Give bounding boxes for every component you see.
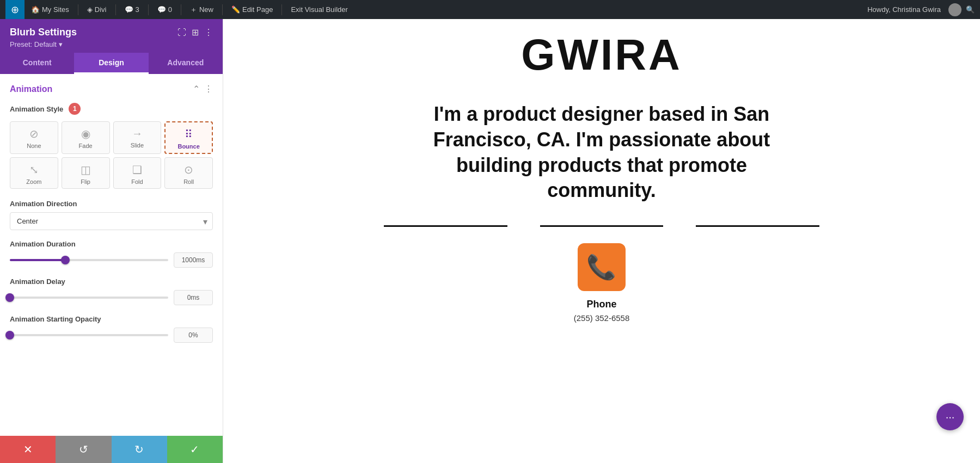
anim-slide[interactable]: → Slide bbox=[113, 121, 162, 154]
blurb-title: Phone bbox=[586, 299, 616, 310]
bar-divider-3 bbox=[148, 4, 149, 15]
animation-delay-field: Animation Delay 0ms bbox=[10, 277, 213, 305]
panel-footer: ✕ ↺ ↻ ✓ bbox=[0, 436, 223, 463]
fold-label: Fold bbox=[131, 178, 143, 185]
redo-icon: ↻ bbox=[134, 443, 144, 456]
panel-title-row: Blurb Settings ⛶ ⊞ ⋮ bbox=[10, 27, 213, 38]
save-icon: ✓ bbox=[190, 443, 199, 456]
admin-bar-right: Howdy, Christina Gwira 🔍 bbox=[867, 3, 975, 16]
opacity-label: Animation Starting Opacity bbox=[10, 315, 213, 323]
tab-content[interactable]: Content bbox=[0, 53, 74, 74]
duration-fill bbox=[10, 259, 65, 261]
duration-slider-row: 1000ms bbox=[10, 252, 213, 268]
fullscreen-icon[interactable]: ⛶ bbox=[177, 28, 186, 38]
anim-zoom[interactable]: ⤡ Zoom bbox=[10, 157, 58, 189]
fade-icon: ◉ bbox=[81, 127, 90, 140]
opacity-track[interactable] bbox=[10, 334, 168, 336]
opacity-value: 0% bbox=[174, 328, 213, 343]
duration-thumb[interactable] bbox=[61, 256, 70, 264]
divider-2 bbox=[540, 225, 664, 227]
speech-icon: 💬 bbox=[157, 5, 166, 14]
search-icon[interactable]: 🔍 bbox=[966, 5, 975, 14]
direction-select-wrapper: Center Top Bottom Left Right bbox=[10, 212, 213, 230]
duration-value: 1000ms bbox=[174, 252, 213, 268]
cloud-icon: 💬 bbox=[125, 5, 133, 14]
duration-track[interactable] bbox=[10, 259, 168, 261]
anim-fold[interactable]: ❑ Fold bbox=[113, 157, 162, 189]
grid-icon[interactable]: ⊞ bbox=[192, 27, 199, 38]
main-layout: Blurb Settings ⛶ ⊞ ⋮ Preset: Default ▾ C… bbox=[0, 19, 980, 463]
anim-flip[interactable]: ◫ Flip bbox=[62, 157, 110, 189]
section-header-icons: ⌃ ⋮ bbox=[193, 84, 213, 94]
slide-icon: → bbox=[132, 127, 143, 140]
zoom-label: Zoom bbox=[26, 178, 41, 185]
delay-label: Animation Delay bbox=[10, 277, 213, 286]
opacity-slider-row: 0% bbox=[10, 328, 213, 343]
wp-admin-bar: ⊕ 🏠 My Sites ◈ Divi 💬 3 💬 0 ＋ New ✏️ Edi bbox=[0, 0, 980, 19]
divi-icon: ◈ bbox=[87, 5, 93, 14]
more-icon[interactable]: ⋮ bbox=[204, 27, 213, 38]
opacity-thumb[interactable] bbox=[5, 331, 14, 339]
none-label: None bbox=[27, 143, 41, 149]
delay-thumb[interactable] bbox=[5, 293, 14, 302]
site-name: GWIRA bbox=[521, 19, 682, 85]
tab-design[interactable]: Design bbox=[74, 53, 148, 74]
flip-icon: ◫ bbox=[81, 163, 91, 176]
slide-label: Slide bbox=[131, 142, 144, 149]
delay-track[interactable] bbox=[10, 297, 168, 299]
direction-label: Animation Direction bbox=[10, 200, 213, 208]
panel-body: Animation ⌃ ⋮ Animation Style 1 ⊘ None ◉ bbox=[0, 74, 223, 436]
delay-value: 0ms bbox=[174, 290, 213, 305]
divider-1 bbox=[384, 225, 507, 227]
my-sites-link[interactable]: 🏠 My Sites bbox=[27, 0, 74, 19]
zoom-icon: ⤡ bbox=[29, 163, 39, 176]
float-button[interactable]: ··· bbox=[936, 403, 964, 430]
style-label: Animation Style bbox=[10, 105, 63, 113]
exit-builder-link[interactable]: Exit Visual Builder bbox=[286, 0, 352, 19]
tab-advanced[interactable]: Advanced bbox=[149, 53, 223, 74]
animation-duration-field: Animation Duration 1000ms bbox=[10, 240, 213, 268]
redo-button[interactable]: ↻ bbox=[112, 436, 167, 463]
roll-label: Roll bbox=[183, 178, 194, 185]
wp-logo[interactable]: ⊕ bbox=[5, 0, 24, 19]
cancel-button[interactable]: ✕ bbox=[0, 436, 56, 463]
cancel-icon: ✕ bbox=[23, 443, 33, 456]
style-label-row: Animation Style 1 bbox=[10, 103, 213, 115]
comments-count-link[interactable]: 💬 3 bbox=[120, 0, 144, 19]
animation-opacity-field: Animation Starting Opacity 0% bbox=[10, 315, 213, 343]
float-btn-icon: ··· bbox=[946, 411, 955, 423]
preset-label[interactable]: Preset: Default ▾ bbox=[10, 40, 213, 48]
bar-divider-4 bbox=[181, 4, 181, 15]
animation-section-header: Animation ⌃ ⋮ bbox=[10, 84, 213, 94]
howdy-text: Howdy, Christina Gwira bbox=[867, 5, 941, 14]
anim-roll[interactable]: ⊙ Roll bbox=[164, 157, 213, 189]
anim-fade[interactable]: ◉ Fade bbox=[62, 121, 110, 154]
panel-header: Blurb Settings ⛶ ⊞ ⋮ Preset: Default ▾ bbox=[0, 19, 223, 53]
bar-divider-1 bbox=[78, 4, 78, 15]
panel-title: Blurb Settings bbox=[10, 27, 77, 38]
right-content: GWIRA I'm a product designer based in Sa… bbox=[223, 19, 980, 463]
edit-page-link[interactable]: ✏️ Edit Page bbox=[227, 0, 277, 19]
animation-badge: 1 bbox=[69, 103, 81, 115]
anim-none[interactable]: ⊘ None bbox=[10, 121, 58, 154]
admin-bar-left: ⊕ 🏠 My Sites ◈ Divi 💬 3 💬 0 ＋ New ✏️ Edi bbox=[5, 0, 867, 19]
blurb-icon-box: 📞 bbox=[578, 243, 626, 291]
blurb-section: 📞 Phone (255) 352-6558 bbox=[574, 243, 630, 323]
section-more-icon[interactable]: ⋮ bbox=[204, 84, 213, 94]
comments-badge-link[interactable]: 💬 0 bbox=[153, 0, 176, 19]
none-icon: ⊘ bbox=[29, 127, 39, 140]
phone-icon: 📞 bbox=[586, 253, 616, 281]
fade-label: Fade bbox=[79, 143, 93, 149]
undo-button[interactable]: ↺ bbox=[56, 436, 111, 463]
wp-logo-icon: ⊕ bbox=[11, 4, 19, 16]
bounce-icon: ⠿ bbox=[185, 128, 193, 141]
anim-bounce[interactable]: ⠿ Bounce bbox=[164, 121, 213, 154]
divi-link[interactable]: ◈ Divi bbox=[83, 0, 111, 19]
collapse-icon[interactable]: ⌃ bbox=[193, 84, 200, 94]
pencil-icon: ✏️ bbox=[231, 5, 240, 14]
save-button[interactable]: ✓ bbox=[167, 436, 223, 463]
divider-3 bbox=[696, 225, 819, 227]
direction-select[interactable]: Center Top Bottom Left Right bbox=[10, 212, 213, 230]
animation-grid: ⊘ None ◉ Fade → Slide ⠿ Bounce ⤡ Zoom bbox=[10, 121, 213, 189]
new-link[interactable]: ＋ New bbox=[186, 0, 218, 19]
